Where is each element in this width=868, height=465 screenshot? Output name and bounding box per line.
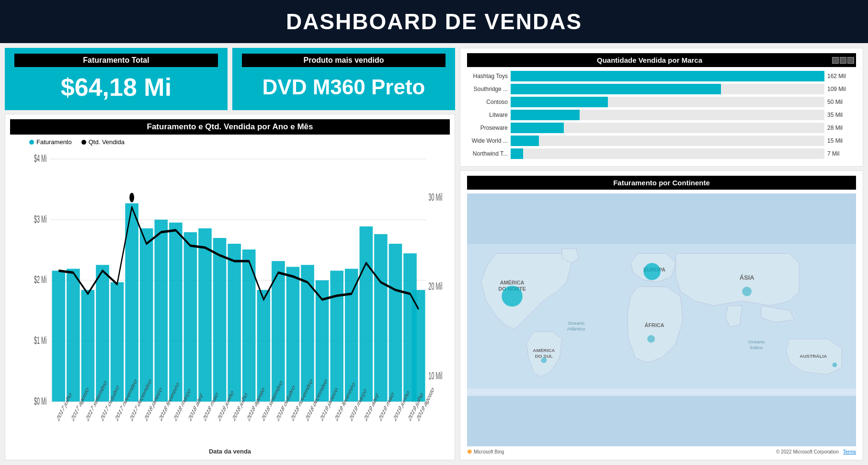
svg-rect-29 [286,267,300,401]
svg-text:$1 Mi: $1 Mi [34,334,47,346]
svg-text:$3 Mi: $3 Mi [34,213,47,225]
svg-text:20 Mil: 20 Mil [428,280,442,292]
brand-bar [511,84,721,94]
brand-name: Wide World ... [467,137,508,144]
map-section: Faturamento por Continente [460,170,863,460]
faturamento-kpi: Faturamento Total $64,18 Mi [5,48,228,110]
brand-bar [511,110,580,120]
brand-name: Southridge ... [467,86,508,92]
bubble-africa [647,335,655,343]
brand-bar-container [511,84,824,94]
bubble-asia [742,287,752,296]
brand-name: Northwind T... [467,150,508,157]
brand-bar [511,97,608,107]
brand-icon-3[interactable] [847,57,854,64]
label-atlantic-ocean: Oceano [568,320,584,326]
brand-value: 7 Mil [827,150,856,157]
chart-legend: Faturamento Qtd. Vendida [10,138,450,146]
legend-qtd-label: Qtd. Vendida [89,138,125,146]
brand-name: Hashtag Toys [467,73,508,79]
svg-rect-13 [52,271,65,401]
svg-rect-35 [374,234,388,402]
brand-value: 162 Mil [827,73,856,79]
svg-text:30 Mil: 30 Mil [428,191,442,203]
header-title: DASHBOARD DE VENDAS [286,9,582,34]
chart-area: $4 Mi $3 Mi $2 Mi $1 Mi $0 Mi 30 Mil 20 … [10,147,450,446]
label-africa: ÁFRICA [645,322,664,328]
brand-row: Southridge ... 109 Mil [467,84,856,94]
brand-bar [511,123,564,133]
map-container: AMÉRICA DO NORTE AMÉRICA DO SUL EUROPA Á… [467,193,856,446]
label-north-america: AMÉRICA [500,280,525,285]
brand-icon-2[interactable] [840,57,846,64]
brand-bar [511,148,523,159]
brand-row: Contoso 50 Mil [467,97,856,107]
bing-label: Microsoft Bing [474,449,504,454]
brand-value: 50 Mil [827,99,856,105]
right-panel: Quantidade Vendida por Marca Hashtag Toy… [460,43,868,465]
brand-row: Proseware 28 Mil [467,123,856,133]
brand-value: 28 Mil [827,125,856,131]
map-copyright: © 2022 Microsoft Corporation Terms [776,449,856,454]
x-axis-label: Data da venda [10,448,450,455]
legend-qtd: Qtd. Vendida [81,138,125,146]
brand-bar-container [511,110,824,120]
produto-kpi: Produto mais vendido DVD M360 Preto [232,48,455,110]
svg-rect-24 [213,238,227,402]
brand-bar-container [511,123,824,133]
brand-icon-1[interactable] [832,57,839,64]
terms-link[interactable]: Terms [843,449,856,454]
faturamento-title: Faturamento Total [14,54,218,67]
brand-toolbar-icons [832,57,856,64]
legend-faturamento-label: Faturamento [36,138,72,146]
svg-rect-14 [67,269,80,401]
chart-section: Faturamento e Qtd. Vendida por Ano e Mês… [5,114,455,460]
bubble-south-america [541,357,547,363]
bubble-australia [832,363,837,367]
svg-rect-38 [412,290,425,401]
bing-logo: ⊕ Microsoft Bing [467,448,504,455]
brand-bar [511,71,824,81]
map-footer: ⊕ Microsoft Bing © 2022 Microsoft Corpor… [467,448,856,455]
svg-text:$0 Mi: $0 Mi [34,395,47,407]
svg-rect-21 [169,223,183,402]
brand-value: 15 Mil [827,137,856,144]
brand-row: Litware 35 Mil [467,110,856,120]
label-atlantic-ocean-2: Atlântico [567,326,585,331]
faturamento-value: $64,18 Mi [14,72,218,102]
brand-bar-container [511,97,824,107]
brand-name: Litware [467,112,508,118]
brand-bar [511,136,539,146]
chart-title: Faturamento e Qtd. Vendida por Ano e Mês [10,119,450,135]
bubble-europe [643,263,661,280]
produto-title: Produto mais vendido [242,54,445,67]
svg-rect-34 [359,227,373,402]
label-australia: AUSTRÁLIA [799,353,827,359]
bubble-north-america [502,286,523,307]
brands-section: Quantidade Vendida por Marca Hashtag Toy… [460,48,863,167]
svg-text:$4 Mi: $4 Mi [34,152,47,164]
brand-value: 109 Mil [827,86,856,92]
brand-row: Northwind T... 7 Mil [467,148,856,159]
label-asia: ÁSIA [740,274,754,281]
peak-dot [129,193,134,202]
legend-dot-blue [29,140,34,145]
label-indian-ocean-2: Índico [750,345,763,350]
svg-rect-27 [257,290,270,401]
brands-list: Hashtag Toys 162 Mil Southridge ... 109 … [467,71,856,159]
left-panel: Faturamento Total $64,18 Mi Produto mais… [0,43,460,465]
svg-rect-36 [389,244,402,402]
copyright-text: © 2022 Microsoft Corporation [776,449,839,454]
brands-title: Quantidade Vendida por Marca [467,53,856,67]
svg-rect-32 [330,271,343,401]
brand-name: Proseware [467,125,508,131]
dashboard-header: DASHBOARD DE VENDAS [0,0,868,43]
brand-row: Hashtag Toys 162 Mil [467,71,856,81]
map-title: Faturamento por Continente [467,176,856,190]
svg-rect-22 [184,232,197,402]
brand-bar-container [511,71,824,81]
svg-rect-25 [228,244,241,402]
label-indian-ocean: Oceano [748,340,765,345]
bars-group [52,204,425,402]
bing-icon: ⊕ [467,448,472,455]
